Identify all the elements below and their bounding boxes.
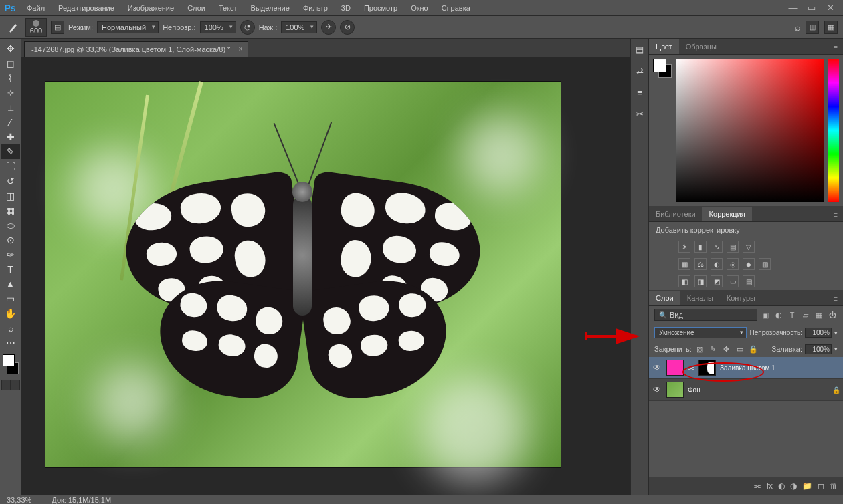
levels-icon[interactable]: ▮ bbox=[694, 241, 707, 253]
lock-all-icon[interactable]: 🔒 bbox=[748, 344, 759, 354]
lasso-tool[interactable]: ⌇ bbox=[1, 71, 20, 86]
crop-tool[interactable]: ⟂ bbox=[1, 100, 20, 115]
properties-panel-icon[interactable]: ⇄ bbox=[633, 64, 646, 78]
shape-tool[interactable]: ▭ bbox=[1, 291, 20, 306]
edit-toolbar[interactable]: ⋯ bbox=[1, 336, 20, 350]
quick-select-tool[interactable]: ✧ bbox=[1, 86, 20, 100]
new-adjustment-icon[interactable]: ◑ bbox=[790, 481, 797, 491]
filter-pixel-icon[interactable]: ▣ bbox=[760, 309, 771, 320]
brush-preview[interactable]: 600 bbox=[25, 18, 47, 37]
tab-channels[interactable]: Каналы bbox=[680, 291, 720, 305]
menu-3d[interactable]: 3D bbox=[335, 1, 357, 15]
layer-fx-icon[interactable]: fx bbox=[767, 481, 773, 491]
link-icon[interactable]: ⫘ bbox=[688, 364, 694, 372]
pressure-opacity-button[interactable]: ◔ bbox=[240, 20, 255, 35]
tools-panel-icon[interactable]: ✂ bbox=[633, 107, 646, 120]
filter-adjust-icon[interactable]: ◐ bbox=[773, 309, 784, 320]
hand-tool[interactable]: ✋ bbox=[1, 306, 20, 321]
search-icon[interactable]: ⌕ bbox=[795, 22, 800, 33]
add-mask-icon[interactable]: ◐ bbox=[778, 481, 785, 491]
menu-file[interactable]: Файл bbox=[20, 1, 52, 15]
layer-name[interactable]: Фон bbox=[688, 386, 700, 394]
history-panel-icon[interactable]: ▤ bbox=[633, 43, 646, 56]
layer-kind-dropdown[interactable]: 🔍 Вид bbox=[654, 309, 757, 321]
menu-window[interactable]: Окно bbox=[404, 1, 435, 15]
filter-toggle-icon[interactable]: ⏻ bbox=[827, 309, 838, 320]
layer-row[interactable]: 👁 ⫘ Заливка цветом 1 bbox=[649, 357, 843, 379]
zoom-level[interactable]: 33,33% bbox=[7, 496, 31, 504]
color-chips[interactable] bbox=[1, 354, 20, 374]
curves-icon[interactable]: ∿ bbox=[711, 241, 723, 253]
filter-shape-icon[interactable]: ▱ bbox=[800, 309, 811, 320]
channel-mixer-icon[interactable]: ◆ bbox=[743, 258, 755, 270]
correction-panel-menu[interactable]: ≡ bbox=[828, 208, 843, 221]
filter-smart-icon[interactable]: ▦ bbox=[814, 309, 824, 320]
delete-layer-icon[interactable]: 🗑 bbox=[830, 481, 838, 491]
minimize-button[interactable]: — bbox=[785, 3, 800, 13]
chevron-down-icon[interactable]: ▾ bbox=[834, 330, 838, 336]
menu-select[interactable]: Выделение bbox=[244, 1, 296, 15]
invert-icon[interactable]: ◧ bbox=[678, 275, 690, 287]
layer-row[interactable]: 👁 Фон 🔒 bbox=[649, 379, 843, 401]
workspace-switcher[interactable]: ▦ bbox=[824, 21, 838, 34]
screen-mode-button[interactable] bbox=[11, 380, 20, 390]
close-tab-icon[interactable]: × bbox=[239, 45, 243, 53]
fill-input[interactable]: 100% bbox=[805, 344, 832, 354]
menu-edit[interactable]: Редактирование bbox=[52, 1, 121, 15]
color-picker-field[interactable] bbox=[676, 59, 824, 202]
pen-tool[interactable]: ✑ bbox=[1, 247, 20, 262]
tab-color[interactable]: Цвет bbox=[649, 39, 679, 54]
link-layers-icon[interactable]: ⫘ bbox=[753, 481, 761, 491]
filter-type-icon[interactable]: T bbox=[787, 309, 798, 320]
new-group-icon[interactable]: 📁 bbox=[802, 481, 812, 491]
hue-icon[interactable]: ▦ bbox=[678, 258, 690, 270]
menu-image[interactable]: Изображение bbox=[121, 1, 181, 15]
layers-panel-menu[interactable]: ≡ bbox=[828, 292, 843, 305]
new-layer-icon[interactable]: ◻ bbox=[818, 481, 824, 491]
tab-layers[interactable]: Слои bbox=[649, 291, 680, 305]
color-panel-menu[interactable]: ≡ bbox=[828, 41, 843, 54]
bw-icon[interactable]: ◐ bbox=[711, 258, 723, 270]
threshold-icon[interactable]: ◩ bbox=[711, 275, 723, 287]
blur-tool[interactable]: ⬭ bbox=[1, 218, 20, 233]
document-size[interactable]: Док: 15,1M/15,1M bbox=[52, 496, 111, 504]
panel-color-chips[interactable] bbox=[653, 59, 672, 78]
eraser-tool[interactable]: ◫ bbox=[1, 188, 20, 203]
menu-help[interactable]: Справка bbox=[435, 1, 477, 15]
quick-mask-button[interactable] bbox=[1, 380, 11, 390]
healing-tool[interactable]: ✚ bbox=[1, 130, 20, 144]
photo-filter-icon[interactable]: ◎ bbox=[727, 258, 739, 270]
pressure-size-button[interactable]: ⊘ bbox=[340, 20, 355, 35]
visibility-toggle[interactable]: 👁 bbox=[652, 363, 662, 372]
hue-slider[interactable] bbox=[828, 59, 839, 202]
eyedropper-tool[interactable]: ⁄ bbox=[1, 115, 20, 130]
lock-artboard-icon[interactable]: ▭ bbox=[735, 344, 745, 354]
canvas[interactable] bbox=[45, 82, 561, 467]
current-tool-icon[interactable] bbox=[5, 19, 21, 35]
opacity-dropdown[interactable]: 100% bbox=[200, 21, 236, 33]
move-tool[interactable]: ✥ bbox=[1, 41, 20, 56]
brush-tool[interactable]: ✎ bbox=[1, 144, 20, 159]
close-button[interactable]: ✕ bbox=[823, 3, 838, 13]
history-brush-tool[interactable]: ↺ bbox=[1, 174, 20, 188]
lock-paint-icon[interactable]: ✎ bbox=[708, 344, 719, 354]
type-tool[interactable]: T bbox=[1, 262, 20, 277]
layer-mask-thumbnail[interactable] bbox=[698, 360, 716, 376]
menu-filter[interactable]: Фильтр bbox=[296, 1, 335, 15]
panel-fg-chip[interactable] bbox=[653, 59, 666, 72]
tab-paths[interactable]: Контуры bbox=[720, 291, 762, 305]
flow-dropdown[interactable]: 100% bbox=[281, 21, 317, 33]
maximize-button[interactable]: ▭ bbox=[804, 3, 819, 13]
gradient-map-icon[interactable]: ▭ bbox=[727, 275, 739, 287]
blend-mode-dropdown[interactable]: Нормальный bbox=[97, 21, 159, 33]
vibrance-icon[interactable]: ▽ bbox=[743, 241, 755, 253]
color-lookup-icon[interactable]: ▥ bbox=[759, 258, 771, 270]
layer-blend-dropdown[interactable]: Умножение bbox=[654, 327, 747, 338]
gradient-tool[interactable]: ▦ bbox=[1, 203, 20, 218]
workspace-dock-button[interactable]: ▥ bbox=[806, 21, 819, 34]
foreground-color-chip[interactable] bbox=[3, 354, 15, 366]
path-select-tool[interactable]: ▲ bbox=[1, 277, 20, 291]
tab-correction[interactable]: Коррекция bbox=[702, 207, 752, 221]
layer-opacity-input[interactable]: 100% bbox=[805, 328, 832, 338]
chevron-down-icon[interactable]: ▾ bbox=[834, 346, 838, 352]
